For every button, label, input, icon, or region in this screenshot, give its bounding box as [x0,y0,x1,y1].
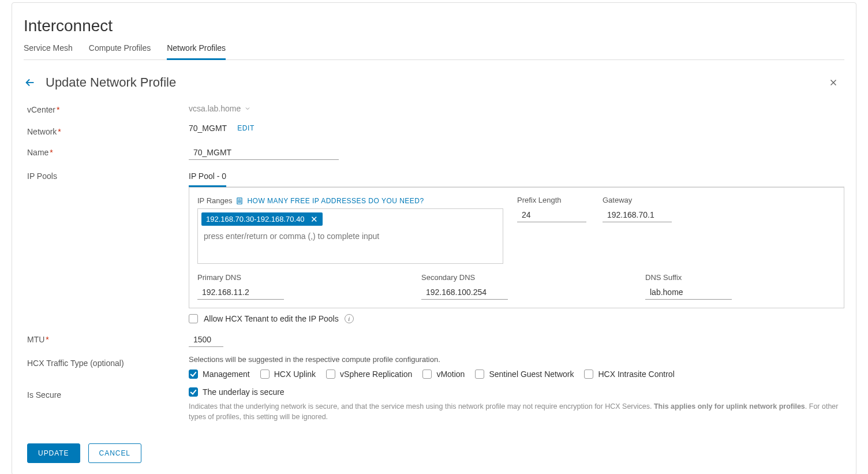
vcenter-label: vCenter* [27,102,189,114]
uplink-checkbox[interactable] [260,370,270,379]
cancel-button[interactable]: CANCEL [88,443,141,463]
primary-dns-input[interactable] [197,284,284,300]
allow-tenant-checkbox[interactable] [189,314,198,323]
svg-point-2 [238,201,239,201]
main-tabs: Service Mesh Compute Profiles Network Pr… [24,43,844,60]
svg-point-6 [240,202,240,203]
svg-point-4 [241,201,241,201]
intrasite-label: HCX Intrasite Control [598,370,674,379]
ip-range-input[interactable] [201,226,493,244]
tab-compute-profiles[interactable]: Compute Profiles [89,43,151,59]
ip-pool-tab-0[interactable]: IP Pool - 0 [189,168,226,187]
traffic-help-text: Selections will be suggested in the resp… [189,355,844,364]
intrasite-checkbox[interactable] [584,370,593,379]
name-label: Name* [27,144,189,157]
traffic-type-label: HCX Traffic Type (optional) [27,355,189,368]
ip-pools-label: IP Pools [27,168,189,181]
vmotion-label: vMotion [436,370,465,379]
secondary-dns-label: Secondary DNS [421,273,514,282]
uplink-label: HCX Uplink [274,370,316,379]
primary-dns-label: Primary DNS [197,273,290,282]
is-secure-label: Is Secure [27,387,189,400]
secondary-dns-input[interactable] [421,284,508,300]
vsphere-rep-checkbox[interactable] [326,370,335,379]
sentinel-label: Sentinel Guest Network [489,370,574,379]
edit-network-link[interactable]: EDIT [237,124,255,132]
gateway-label: Gateway [603,196,672,204]
allow-tenant-label: Allow HCX Tenant to edit the IP Pools [204,314,339,323]
vcenter-select[interactable]: vcsa.lab.home [189,102,251,115]
page-title: Interconnect [24,3,844,43]
sub-title: Update Network Profile [46,75,819,90]
ip-pool-box: IP Ranges HOW MANY FREE IP ADDRESSES DO … [189,187,844,308]
tab-service-mesh[interactable]: Service Mesh [24,43,73,59]
info-icon[interactable]: i [345,314,354,323]
gateway-input[interactable] [603,207,672,222]
underlay-secure-checkbox[interactable] [189,387,198,397]
calculator-icon [235,196,244,206]
vsphere-rep-label: vSphere Replication [340,370,412,379]
prefix-label: Prefix Length [517,196,586,204]
management-checkbox[interactable] [189,370,198,379]
ip-ranges-label: IP Ranges [197,196,232,205]
update-button[interactable]: UPDATE [27,443,80,463]
sentinel-checkbox[interactable] [475,370,484,379]
network-label: Network* [27,124,189,136]
how-many-link[interactable]: HOW MANY FREE IP ADDRESSES DO YOU NEED? [247,197,424,205]
name-input[interactable] [189,144,339,160]
dns-suffix-input[interactable] [645,284,732,300]
ip-range-tag: 192.168.70.30-192.168.70.40 ✕ [201,212,323,226]
remove-ip-range-icon[interactable]: ✕ [310,215,318,223]
svg-point-7 [241,202,241,203]
chevron-down-icon [244,105,251,112]
network-value: 70_MGMT [189,124,227,133]
vmotion-checkbox[interactable] [422,370,432,379]
secure-description: Indicates that the underlying network is… [189,401,844,422]
dns-suffix-label: DNS Suffix [645,273,738,282]
management-label: Management [203,370,250,379]
mtu-label: MTU* [27,331,189,344]
mtu-input[interactable] [189,331,223,347]
prefix-input[interactable] [517,207,586,222]
underlay-secure-label: The underlay is secure [203,387,285,397]
back-arrow-icon[interactable] [24,76,36,89]
svg-point-3 [240,201,240,201]
svg-point-5 [238,202,239,203]
ip-ranges-input-box[interactable]: 192.168.70.30-192.168.70.40 ✕ [197,208,503,264]
close-icon[interactable] [828,77,844,88]
tab-network-profiles[interactable]: Network Profiles [167,43,226,60]
